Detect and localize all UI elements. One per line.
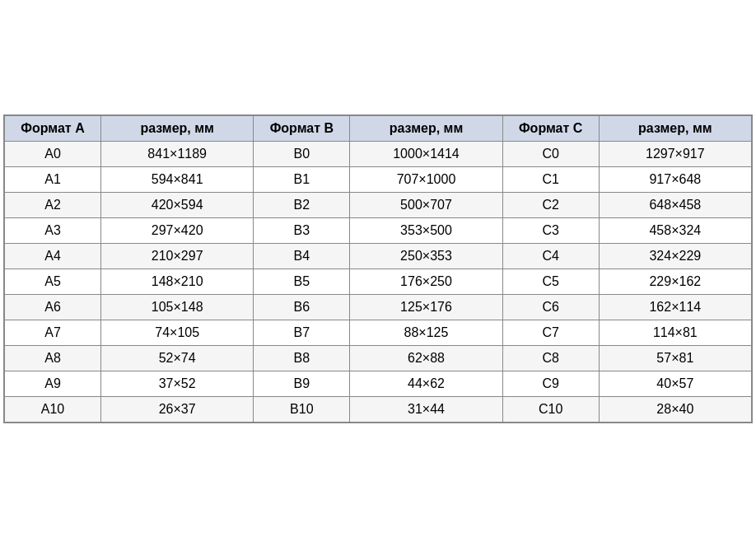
- cell-size-c: 1297×917: [599, 141, 751, 166]
- table-row: A774×105B788×125C7114×81: [5, 320, 752, 345]
- cell-format-a: A3: [5, 217, 101, 243]
- cell-format-a: A10: [5, 396, 101, 422]
- cell-format-b: B7: [254, 320, 350, 345]
- cell-format-a: A2: [5, 192, 101, 217]
- cell-size-a: 841×1189: [101, 141, 254, 166]
- cell-format-c: C2: [502, 192, 599, 217]
- cell-format-b: B1: [254, 166, 350, 192]
- cell-size-b: 62×88: [350, 345, 502, 371]
- table-row: A1594×841B1707×1000C1917×648: [5, 166, 752, 192]
- cell-size-a: 52×74: [101, 345, 254, 371]
- cell-format-c: C0: [502, 141, 599, 166]
- table-row: A3297×420B3353×500C3458×324: [5, 217, 752, 243]
- table-row: A4210×297B4250×353C4324×229: [5, 243, 752, 268]
- table-row: A852×74B862×88C857×81: [5, 345, 752, 371]
- cell-size-a: 420×594: [101, 192, 254, 217]
- cell-size-c: 229×162: [599, 268, 751, 294]
- table-row: A0841×1189B01000×1414C01297×917: [5, 141, 752, 166]
- table-row: A6105×148B6125×176C6162×114: [5, 294, 752, 320]
- header-format-a: Формат A: [5, 115, 101, 141]
- cell-size-c: 28×40: [599, 396, 751, 422]
- cell-format-a: A0: [5, 141, 101, 166]
- cell-format-b: B4: [254, 243, 350, 268]
- cell-size-c: 324×229: [599, 243, 751, 268]
- cell-size-a: 74×105: [101, 320, 254, 345]
- table-row: A1026×37B1031×44C1028×40: [5, 396, 752, 422]
- cell-format-a: A4: [5, 243, 101, 268]
- cell-format-c: C9: [502, 371, 599, 396]
- cell-size-a: 37×52: [101, 371, 254, 396]
- header-format-c: Формат C: [502, 115, 599, 141]
- cell-format-c: C8: [502, 345, 599, 371]
- cell-size-c: 917×648: [599, 166, 751, 192]
- cell-size-c: 458×324: [599, 217, 751, 243]
- cell-format-c: C3: [502, 217, 599, 243]
- cell-format-a: A5: [5, 268, 101, 294]
- header-size-c: размер, мм: [599, 115, 751, 141]
- table-row: A2420×594B2500×707C2648×458: [5, 192, 752, 217]
- cell-size-a: 594×841: [101, 166, 254, 192]
- cell-size-b: 1000×1414: [350, 141, 502, 166]
- cell-size-b: 125×176: [350, 294, 502, 320]
- cell-format-a: A8: [5, 345, 101, 371]
- table-header-row: Формат A размер, мм Формат B размер, мм …: [5, 115, 752, 141]
- cell-size-b: 250×353: [350, 243, 502, 268]
- cell-format-a: A1: [5, 166, 101, 192]
- paper-formats-table: Формат A размер, мм Формат B размер, мм …: [3, 114, 753, 423]
- cell-size-c: 648×458: [599, 192, 751, 217]
- header-size-b: размер, мм: [350, 115, 502, 141]
- cell-format-c: C6: [502, 294, 599, 320]
- cell-format-c: C1: [502, 166, 599, 192]
- cell-size-a: 26×37: [101, 396, 254, 422]
- cell-size-c: 162×114: [599, 294, 751, 320]
- cell-size-b: 500×707: [350, 192, 502, 217]
- cell-format-b: B0: [254, 141, 350, 166]
- cell-size-b: 176×250: [350, 268, 502, 294]
- cell-format-b: B10: [254, 396, 350, 422]
- cell-format-c: C10: [502, 396, 599, 422]
- cell-size-b: 88×125: [350, 320, 502, 345]
- cell-format-a: A6: [5, 294, 101, 320]
- cell-size-a: 105×148: [101, 294, 254, 320]
- table-row: A937×52B944×62C940×57: [5, 371, 752, 396]
- cell-size-a: 210×297: [101, 243, 254, 268]
- cell-size-a: 148×210: [101, 268, 254, 294]
- cell-format-a: A7: [5, 320, 101, 345]
- cell-size-a: 297×420: [101, 217, 254, 243]
- cell-size-c: 57×81: [599, 345, 751, 371]
- cell-format-b: B2: [254, 192, 350, 217]
- cell-format-c: C7: [502, 320, 599, 345]
- cell-size-c: 114×81: [599, 320, 751, 345]
- cell-format-b: B3: [254, 217, 350, 243]
- header-size-a: размер, мм: [101, 115, 254, 141]
- cell-format-c: C4: [502, 243, 599, 268]
- cell-size-b: 31×44: [350, 396, 502, 422]
- cell-format-b: B8: [254, 345, 350, 371]
- cell-format-a: A9: [5, 371, 101, 396]
- cell-size-b: 707×1000: [350, 166, 502, 192]
- cell-size-b: 353×500: [350, 217, 502, 243]
- cell-format-b: B5: [254, 268, 350, 294]
- cell-format-c: C5: [502, 268, 599, 294]
- table-row: A5148×210B5176×250C5229×162: [5, 268, 752, 294]
- cell-size-c: 40×57: [599, 371, 751, 396]
- cell-format-b: B6: [254, 294, 350, 320]
- header-format-b: Формат B: [254, 115, 350, 141]
- cell-format-b: B9: [254, 371, 350, 396]
- cell-size-b: 44×62: [350, 371, 502, 396]
